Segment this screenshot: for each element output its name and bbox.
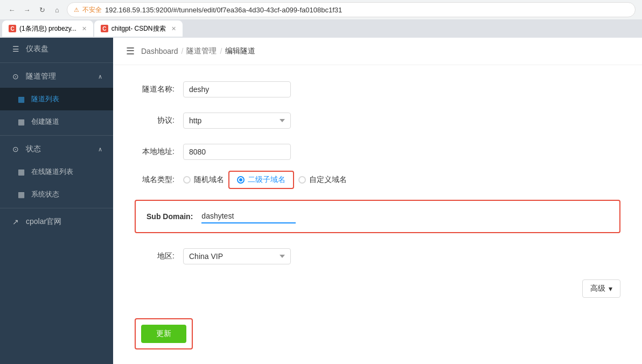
sidebar-item-tunnel-list[interactable]: ▦ 隧道列表 bbox=[0, 88, 113, 110]
form-row-local-address: 本地地址: bbox=[135, 144, 620, 160]
cpolar-icon: ↗ bbox=[11, 217, 20, 227]
security-icon: ⚠ bbox=[74, 6, 79, 13]
sidebar-online-tunnels-label: 在线隧道列表 bbox=[31, 167, 73, 177]
subdomain-input-wrap bbox=[201, 209, 296, 223]
tab-2-icon: C bbox=[101, 25, 108, 32]
radio-subdomain-label: 二级子域名 bbox=[248, 175, 285, 185]
sidebar-divider-3 bbox=[0, 208, 113, 208]
sidebar-group-status[interactable]: ⊙ 状态 ∧ bbox=[0, 138, 113, 160]
breadcrumb-sep-1: / bbox=[182, 47, 184, 55]
address-text: 192.168.59.135:9200/#/tunnels/edit/0f7ea… bbox=[105, 6, 629, 14]
radio-subdomain[interactable]: 二级子域名 bbox=[228, 171, 294, 189]
status-icon: ⊙ bbox=[11, 144, 20, 154]
browser-tabs: C (1条消息) probezy... ✕ C chitgpt- CSDN搜索 … bbox=[0, 19, 642, 38]
tab-1-icon: C bbox=[9, 25, 16, 32]
sidebar-item-create-tunnel[interactable]: ▦ 创建隧道 bbox=[0, 110, 113, 133]
address-bar[interactable]: ⚠ 不安全 192.168.59.135:9200/#/tunnels/edit… bbox=[67, 2, 636, 17]
security-label: 不安全 bbox=[82, 5, 102, 15]
update-btn-section: 更新 bbox=[135, 318, 620, 349]
main-content: ☰ Dashboard / 隧道管理 / 编辑隧道 隧道名称: 协议: http bbox=[113, 38, 642, 364]
subdomain-section: Sub Domain: bbox=[135, 200, 620, 233]
breadcrumb-section[interactable]: 隧道管理 bbox=[186, 46, 217, 56]
sidebar-group-tunnel-management[interactable]: ⊙ 隧道管理 ∧ bbox=[0, 65, 113, 88]
content-header: ☰ Dashboard / 隧道管理 / 编辑隧道 bbox=[113, 38, 642, 65]
sidebar-status-left: ⊙ 状态 bbox=[11, 144, 41, 154]
sidebar-system-status-label: 系统状态 bbox=[31, 190, 59, 199]
tab-1-label: (1条消息) probezy... bbox=[19, 24, 76, 33]
sidebar-sub-tunnels: ▦ 隧道列表 ▦ 创建隧道 bbox=[0, 88, 113, 133]
tunnel-name-label: 隧道名称: bbox=[135, 85, 183, 94]
form-row-tunnel-name: 隧道名称: bbox=[135, 81, 620, 97]
sidebar-item-dashboard[interactable]: ☰ 仪表盘 bbox=[0, 38, 113, 60]
domain-type-label: 域名类型: bbox=[135, 175, 183, 185]
form-row-region: 地区: China VIP China US Auto bbox=[135, 248, 620, 264]
region-select[interactable]: China VIP China US Auto bbox=[183, 248, 291, 264]
sidebar-sub-status: ▦ 在线隧道列表 ▦ 系统状态 bbox=[0, 160, 113, 206]
sidebar-cpolar-label: cpolar官网 bbox=[26, 217, 61, 227]
update-button[interactable]: 更新 bbox=[141, 325, 186, 343]
radio-custom-circle bbox=[298, 176, 306, 184]
breadcrumb-dashboard[interactable]: Dashboard bbox=[141, 47, 178, 55]
update-btn-wrapper: 更新 bbox=[135, 318, 193, 349]
sidebar-item-system-status[interactable]: ▦ 系统状态 bbox=[0, 183, 113, 206]
advanced-row: 高级 ▾ bbox=[135, 279, 620, 313]
tunnel-management-chevron: ∧ bbox=[98, 73, 102, 80]
protocol-select[interactable]: http https tcp udp bbox=[183, 113, 291, 129]
domain-type-radio-group: 随机域名 二级子域名 自定义域名 bbox=[183, 175, 347, 185]
form-row-domain-type: 域名类型: 随机域名 二级子域名 自定义域名 bbox=[135, 175, 620, 185]
radio-custom-domain[interactable]: 自定义域名 bbox=[298, 175, 347, 185]
online-tunnels-icon: ▦ bbox=[16, 167, 26, 177]
protocol-label: 协议: bbox=[135, 116, 183, 125]
sidebar-item-cpolar[interactable]: ↗ cpolar官网 bbox=[0, 211, 113, 233]
dashboard-icon: ☰ bbox=[11, 44, 20, 54]
local-address-input[interactable] bbox=[183, 144, 291, 160]
create-tunnel-icon: ▦ bbox=[16, 117, 26, 127]
sidebar-group-left: ⊙ 隧道管理 bbox=[11, 72, 56, 81]
form-area: 隧道名称: 协议: http https tcp udp 本地地址: bbox=[113, 65, 642, 364]
sidebar: ☰ 仪表盘 ⊙ 隧道管理 ∧ ▦ 隧道列表 ▦ 创建隧道 ⊙ bbox=[0, 38, 113, 364]
sidebar-tunnel-management-label: 隧道管理 bbox=[26, 72, 56, 81]
sidebar-tunnel-list-label: 隧道列表 bbox=[31, 94, 59, 104]
hamburger-icon[interactable]: ☰ bbox=[126, 45, 135, 57]
sidebar-divider-1 bbox=[0, 62, 113, 63]
subdomain-label: Sub Domain: bbox=[146, 212, 193, 221]
tunnel-management-icon: ⊙ bbox=[11, 72, 20, 81]
local-address-label: 本地地址: bbox=[135, 147, 183, 157]
advanced-label: 高级 bbox=[590, 284, 605, 293]
breadcrumb-sep-2: / bbox=[220, 47, 222, 55]
forward-button[interactable]: → bbox=[22, 4, 32, 15]
back-button[interactable]: ← bbox=[6, 4, 17, 15]
browser-nav: ← → ↻ ⌂ ⚠ 不安全 192.168.59.135:9200/#/tunn… bbox=[0, 0, 642, 19]
sidebar-status-label: 状态 bbox=[26, 144, 41, 154]
advanced-chevron-icon: ▾ bbox=[609, 284, 612, 293]
status-chevron: ∧ bbox=[98, 146, 102, 153]
sidebar-dashboard-label: 仪表盘 bbox=[26, 44, 48, 54]
radio-random-label: 随机域名 bbox=[194, 175, 224, 185]
sidebar-divider-2 bbox=[0, 135, 113, 136]
tab-1-close[interactable]: ✕ bbox=[82, 25, 87, 32]
tunnel-name-input[interactable] bbox=[183, 81, 291, 97]
radio-random-domain[interactable]: 随机域名 bbox=[183, 175, 224, 185]
form-row-protocol: 协议: http https tcp udp bbox=[135, 113, 620, 129]
radio-custom-label: 自定义域名 bbox=[309, 175, 347, 185]
region-label: 地区: bbox=[135, 251, 183, 261]
browser-chrome: ← → ↻ ⌂ ⚠ 不安全 192.168.59.135:9200/#/tunn… bbox=[0, 0, 642, 38]
breadcrumb-current: 编辑隧道 bbox=[225, 46, 255, 56]
breadcrumb: Dashboard / 隧道管理 / 编辑隧道 bbox=[141, 46, 255, 56]
tunnel-list-icon: ▦ bbox=[16, 94, 26, 104]
browser-tab-2[interactable]: C chitgpt- CSDN搜索 ✕ bbox=[94, 20, 183, 37]
home-button[interactable]: ⌂ bbox=[52, 4, 62, 15]
system-status-icon: ▦ bbox=[16, 190, 26, 199]
advanced-button[interactable]: 高级 ▾ bbox=[582, 279, 620, 298]
sidebar-create-tunnel-label: 创建隧道 bbox=[31, 117, 59, 127]
browser-tab-1[interactable]: C (1条消息) probezy... ✕ bbox=[2, 20, 93, 37]
radio-random-circle bbox=[183, 176, 191, 184]
app-layout: ☰ 仪表盘 ⊙ 隧道管理 ∧ ▦ 隧道列表 ▦ 创建隧道 ⊙ bbox=[0, 38, 642, 364]
tab-2-close[interactable]: ✕ bbox=[171, 25, 176, 32]
subdomain-input[interactable] bbox=[201, 209, 296, 222]
refresh-button[interactable]: ↻ bbox=[37, 4, 47, 15]
tab-2-label: chitgpt- CSDN搜索 bbox=[111, 24, 166, 33]
radio-subdomain-circle bbox=[237, 176, 245, 184]
sidebar-item-online-tunnels[interactable]: ▦ 在线隧道列表 bbox=[0, 160, 113, 183]
